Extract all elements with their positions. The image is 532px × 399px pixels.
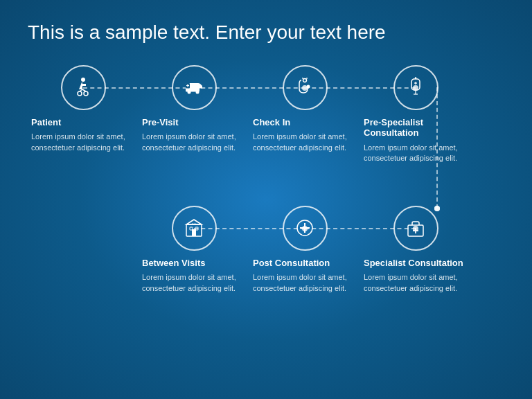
post-consultation-content: Post Consultation Lorem ipsum dolor sit … [249,258,360,294]
patient-desc: Lorem ipsum dolor sit amet, consectetuer… [31,132,135,153]
pre-specialist-content: Pre-Specialist Consultation Lorem ipsum … [360,117,471,164]
patient-content: Patient Lorem ipsum dolor sit amet, cons… [28,117,139,153]
step-pre-specialist: Pre-Specialist Consultation Lorem ipsum … [360,65,471,164]
between-visits-title: Between Visits [142,258,246,269]
pre-visit-desc: Lorem ipsum dolor sit amet, consectetuer… [142,132,246,153]
top-row: Patient Lorem ipsum dolor sit amet, cons… [28,65,504,164]
hospital-icon [183,217,205,239]
pre-visit-title: Pre-Visit [142,117,246,128]
svg-line-4 [82,89,86,91]
pre-specialist-desc: Lorem ipsum dolor sit amet, consectetuer… [364,143,468,164]
svg-marker-6 [200,83,202,89]
bottom-row: Between Visits Lorem ipsum dolor sit ame… [139,206,504,294]
pre-visit-icon-circle [172,65,217,110]
wheelchair-icon [72,76,94,98]
patient-icon-circle [61,65,106,110]
medical-briefcase-icon [405,217,427,239]
specialist-consultation-title: Specialist Consultation [364,258,468,269]
svg-point-2 [84,91,88,96]
check-in-desc: Lorem ipsum dolor sit amet, consectetuer… [253,132,357,153]
check-in-content: Check In Lorem ipsum dolor sit amet, con… [249,117,360,153]
between-visits-desc: Lorem ipsum dolor sit amet, consectetuer… [142,272,246,294]
svg-point-1 [78,91,82,96]
svg-line-3 [80,89,82,91]
specialist-consultation-desc: Lorem ipsum dolor sit amet, consectetuer… [364,272,468,294]
step-post-consultation: Post Consultation Lorem ipsum dolor sit … [249,206,360,294]
svg-point-12 [303,79,307,82]
between-visits-content: Between Visits Lorem ipsum dolor sit ame… [139,258,249,294]
iv-bag-icon [405,76,427,98]
check-in-icon-circle [283,65,328,110]
step-between-visits: Between Visits Lorem ipsum dolor sit ame… [139,206,249,294]
pre-specialist-title: Pre-Specialist Consultation [364,117,468,139]
slide: This is a sample text. Enter your text h… [0,0,532,399]
svg-point-22 [415,77,417,79]
specialist-consultation-icon-circle [393,206,438,251]
slide-title: This is a sample text. Enter your text h… [28,21,504,44]
vertical-connector [436,87,438,209]
svg-point-10 [188,91,191,94]
post-consultation-desc: Lorem ipsum dolor sit amet, consectetuer… [253,272,357,294]
step-specialist-consultation: Specialist Consultation Lorem ipsum dolo… [360,206,471,294]
flow-diagram: Patient Lorem ipsum dolor sit amet, cons… [28,65,504,294]
svg-point-11 [196,91,200,94]
post-consultation-title: Post Consultation [253,258,357,269]
specialist-consultation-content: Specialist Consultation Lorem ipsum dolo… [360,258,471,294]
stethoscope-icon [294,76,316,98]
post-consultation-icon-circle [283,206,328,251]
step-patient: Patient Lorem ipsum dolor sit amet, cons… [28,65,139,153]
svg-rect-25 [192,229,196,236]
step-pre-visit: Pre-Visit Lorem ipsum dolor sit amet, co… [139,65,249,153]
pre-specialist-icon-circle [393,65,438,110]
ambulance-icon [183,76,205,98]
patient-title: Patient [31,117,135,128]
pre-visit-content: Pre-Visit Lorem ipsum dolor sit amet, co… [139,117,249,153]
svg-point-0 [81,78,85,82]
step-check-in: Check In Lorem ipsum dolor sit amet, con… [249,65,360,153]
between-visits-icon-circle [172,206,217,251]
plus-circle-icon [294,217,316,239]
svg-point-13 [307,85,310,89]
svg-marker-24 [186,220,202,224]
check-in-title: Check In [253,117,357,128]
